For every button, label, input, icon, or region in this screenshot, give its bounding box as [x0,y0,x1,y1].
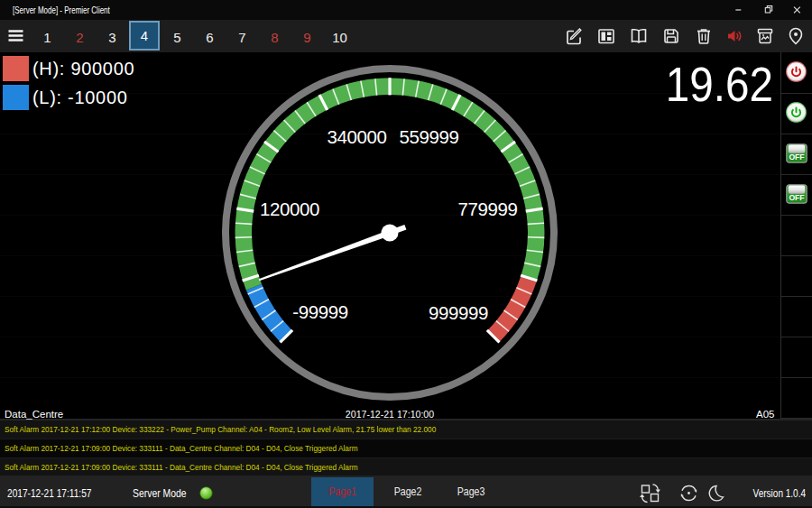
svg-text:779999: 779999 [457,199,517,219]
svg-text:120000: 120000 [260,199,319,219]
svg-text:340000: 340000 [327,126,386,147]
svg-text:-99999: -99999 [292,301,347,322]
svg-text:OFF: OFF [789,193,804,202]
svg-text:OFF: OFF [789,152,804,162]
svg-text:999999: 999999 [429,302,488,323]
svg-text:559999: 559999 [399,126,458,147]
